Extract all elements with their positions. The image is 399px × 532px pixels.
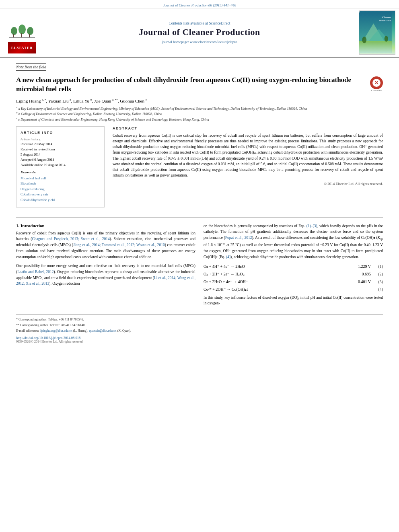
eq2-formula: O₂ + 2H⁺ + 2e⁻ → H₂O₂ — [204, 272, 347, 276]
affiliations: a a Key Laboratory of Industrial Ecology… — [16, 106, 383, 122]
cite-eq4[interactable]: (4) — [226, 255, 230, 259]
svg-rect-6 — [29, 34, 30, 37]
accepted-date: Accepted 6 August 2014 — [21, 158, 100, 162]
article-info-label: Article info — [21, 131, 100, 135]
body-right-col: on the biocathodes is generally accompan… — [204, 223, 383, 310]
contents-line: Contents lists available at ScienceDirec… — [169, 21, 230, 25]
elsevier-wordmark: ELSEVIER — [8, 42, 36, 53]
cite-popat[interactable]: Popat et al., 2012 — [225, 236, 252, 240]
eq1-value: 1.229 V — [347, 264, 371, 269]
svg-rect-5 — [21, 33, 22, 37]
crossmark-outer: ✕ — [370, 76, 383, 89]
cite-chagnes[interactable]: Chagnes and Pospiech, 2013; Swart et al.… — [32, 237, 109, 241]
body-section: 1. Introduction Recovery of cobalt from … — [16, 223, 383, 310]
copyright-text: © 2014 Elsevier Ltd. All rights reserved… — [113, 182, 383, 186]
elsevier-text: ELSEVIER — [11, 46, 33, 50]
body-left-col: 1. Introduction Recovery of cobalt from … — [16, 223, 195, 310]
intro-para-1: Recovery of cobalt from aqueous Co(II) i… — [16, 230, 195, 260]
svg-rect-4 — [13, 34, 14, 37]
info-abstract-section: Article info Article history: Received 2… — [16, 126, 383, 212]
svg-point-12 — [362, 37, 366, 43]
svg-point-3 — [27, 27, 33, 35]
eq3-value: 0.401 V — [347, 279, 371, 284]
author-guohua: Guohua Chen c — [120, 99, 147, 103]
equations-section: O₂ + 4H⁺ + 4e⁻ → 2H₂O 1.229 V (1) O₂ + 2… — [204, 264, 383, 292]
revised-date: 5 August 2014 — [21, 152, 100, 156]
email2-link[interactable]: quanxie@dlut.edu.cn — [89, 329, 116, 333]
doi-link[interactable]: http://dx.doi.org/10.1016/j.jclepro.2014… — [16, 336, 80, 340]
equation-2: O₂ + 2H⁺ + 2e⁻ → H₂O₂ 0.695 (2) — [204, 272, 383, 276]
page: Journal of Cleaner Production 86 (2015) … — [0, 0, 399, 532]
footnotes-section: * Corresponding author. Tel/fax: +86 411… — [16, 314, 383, 343]
cover-svg: Cleaner Production — [357, 12, 393, 53]
abstract-text: Cobalt recovery from aqueous Co(II) is o… — [113, 133, 383, 179]
crossmark-badge-area: ✕ CrossMark — [370, 76, 383, 92]
elsevier-logo-area: ELSEVIER — [0, 8, 44, 57]
footnote-1: * Corresponding author. Tel/fax: +86 411… — [16, 317, 383, 322]
doi-line: http://dx.doi.org/10.1016/j.jclepro.2014… — [16, 335, 383, 340]
keyword-5: Cobalt dihydroxide yield — [21, 197, 100, 203]
footnote-email: E-mail addresses: lipinghuang@dlut.edu.c… — [16, 329, 383, 333]
section-divider — [16, 217, 383, 218]
crossmark-inner: ✕ — [372, 79, 380, 87]
cite-eqs-1-3[interactable]: (1)–(3) — [306, 224, 317, 228]
equation-4: Co²⁺ + 2OH⁻ → Co(OH)₂↓ (4) — [204, 287, 383, 292]
keyword-1: Microbial fuel cell — [21, 176, 100, 181]
homepage-label: journal homepage: — [162, 40, 189, 44]
body-right-para-1: on the biocathodes is generally accompan… — [204, 223, 383, 260]
email-label: E-mail addresses: — [16, 329, 39, 333]
email1-link[interactable]: lipinghuang@dlut.edu.cn — [40, 329, 72, 333]
eq2-num: (2) — [371, 272, 383, 276]
abstract-column: Abstract Cobalt recovery from aqueous Co… — [113, 126, 383, 212]
article-info-column: Article info Article history: Received 2… — [16, 126, 105, 212]
svg-point-13 — [384, 36, 388, 42]
journal-cover-image: Cleaner Production — [359, 10, 395, 55]
author-liping: Liping Huang a, *, — [16, 99, 48, 103]
crossmark-symbol: ✕ — [374, 80, 378, 86]
body-right-para-2: In this study, key influence factors of … — [204, 295, 383, 306]
eq2-value: 0.695 — [347, 272, 371, 276]
contents-text: Contents lists available at — [169, 21, 208, 25]
equation-1: O₂ + 4H⁺ + 4e⁻ → 2H₂O 1.229 V (1) — [204, 264, 383, 269]
journal-header: ELSEVIER Contents lists available at Sci… — [0, 8, 399, 58]
cite-li[interactable]: Li et al., 2014; Wang et al., 2012; Xia … — [16, 276, 195, 286]
abstract-label: Abstract — [113, 126, 383, 130]
email2-name: (X. Quan). — [117, 329, 131, 333]
equation-3: O₂ + 2H₂O + 4e⁻ → 4OH⁻ 0.401 V (3) — [204, 279, 383, 284]
crossmark-label: CrossMark — [370, 89, 383, 92]
eq1-num: (1) — [371, 264, 383, 269]
title-area: ✕ CrossMark A new clean approach for pro… — [16, 76, 383, 94]
footnote-2: ** Corresponding author. Tel/fax: +86 41… — [16, 323, 383, 328]
author-xie: Xie Quan a, **, — [94, 99, 120, 103]
cite-leano[interactable]: Leaño and Babel, 2012 — [17, 270, 53, 274]
keywords-list: Microbial fuel cell Biocathode Oxygen-re… — [21, 176, 100, 203]
main-content: Note from the field ✕ CrossMark A new cl… — [0, 58, 399, 349]
journal-reference: Journal of Cleaner Production 86 (2015) … — [163, 3, 236, 7]
svg-text:Cleaner: Cleaner — [382, 16, 391, 18]
affiliation-b: b b College of Environmental Science and… — [16, 111, 383, 117]
svg-point-1 — [11, 27, 17, 35]
sciencedirect-link[interactable]: ScienceDirect — [209, 21, 230, 25]
issn-text: 0959-6526/© 2014 Elsevier Ltd. All right… — [16, 340, 383, 343]
top-bar: Journal of Cleaner Production 86 (2015) … — [0, 0, 399, 8]
article-title: A new clean approach for production of c… — [16, 76, 383, 94]
intro-para-2: One possibility for more energy-saving a… — [16, 263, 195, 287]
keyword-4: Cobalt recovery rate — [21, 192, 100, 197]
available-date: Available online 19 August 2014 — [21, 163, 100, 167]
intro-heading: 1. Introduction — [16, 223, 195, 228]
cite-jiang[interactable]: Jiang et al., 2014; Tommasi et al., 2012… — [73, 243, 165, 247]
article-info-box: Article info Article history: Received 2… — [16, 126, 105, 207]
eq1-formula: O₂ + 4H⁺ + 4e⁻ → 2H₂O — [204, 264, 347, 269]
author-lihua: Lihua Yu b, — [73, 99, 94, 103]
elsevier-tree-logo — [6, 22, 38, 42]
journal-title-area: Contents lists available at ScienceDirec… — [44, 8, 355, 57]
author-yaxuan: Yaxuan Liu a, — [48, 99, 73, 103]
keywords-label: Keywords: — [21, 170, 100, 174]
journal-cover-area: Cleaner Production — [355, 8, 399, 57]
affiliation-c: c c Department of Chemical and Biomolecu… — [16, 117, 383, 122]
svg-point-2 — [19, 25, 26, 34]
homepage-url[interactable]: www.elsevier.com/locate/jclepro — [190, 40, 237, 44]
authors-line: Liping Huang a, *, Yaxuan Liu a, Lihua Y… — [16, 98, 383, 103]
journal-homepage: journal homepage: www.elsevier.com/locat… — [162, 40, 237, 44]
svg-text:Production: Production — [378, 19, 391, 22]
